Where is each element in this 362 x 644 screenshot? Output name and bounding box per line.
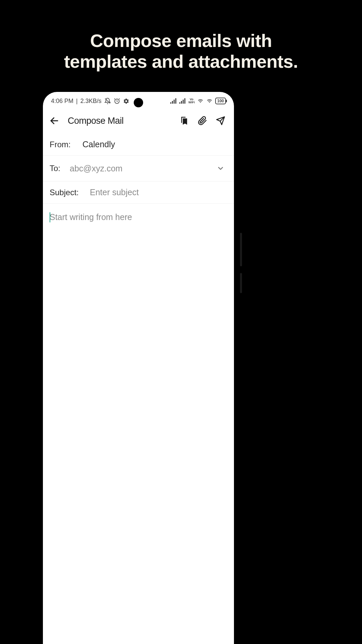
text-cursor [50,212,50,222]
send-button[interactable] [214,114,227,127]
svg-rect-9 [184,98,185,104]
svg-rect-4 [174,100,175,104]
app-bar: Compose Mail [43,108,234,133]
from-value: Calendly [82,140,115,149]
wifi-icon [206,98,213,104]
wifi-icon [197,98,204,104]
arrow-left-icon [49,116,59,126]
signal-icon [179,98,186,104]
mute-icon [104,98,111,104]
bookmarks-icon [180,116,189,125]
to-label: To: [50,164,63,173]
alarm-icon [114,98,120,104]
compose-fields: From: Calendly To: abc@xyz.com Subject: … [43,133,234,204]
svg-rect-7 [181,101,182,104]
page-title: Compose Mail [68,116,124,126]
templates-button[interactable] [178,114,191,127]
from-label: From: [50,140,76,149]
phone-side-button [240,233,242,266]
svg-rect-3 [172,101,173,104]
signal-icon [170,98,177,104]
phone-camera-cutout [134,98,143,107]
promo-headline: Compose emails with templates and attach… [0,30,362,72]
svg-rect-2 [170,102,171,104]
phone-screen: 4:06 PM | 2.3KB/s [43,92,234,644]
promo-headline-line1: Compose emails with [90,31,272,51]
paperclip-icon [198,116,207,125]
svg-rect-8 [183,100,184,104]
body-input[interactable]: Start writing from here [43,204,234,644]
subject-row: Subject: Enter subject [43,181,234,204]
status-separator: | [76,98,78,105]
send-icon [216,116,225,125]
status-net-speed: 2.3KB/s [80,98,102,105]
battery-indicator: 100 [215,98,226,104]
phone-side-button [240,273,242,293]
subject-label: Subject: [50,188,83,197]
svg-rect-6 [179,102,180,104]
to-row: To: abc@xyz.com [43,156,234,181]
svg-rect-5 [175,98,176,104]
vowifi-indicator: Vo WiFi [188,98,195,104]
promo-headline-line2: templates and attachments. [64,51,298,71]
status-time: 4:06 PM [51,98,73,105]
expand-recipients-button[interactable] [214,162,227,175]
body-placeholder: Start writing from here [50,212,132,222]
chevron-down-icon [217,164,225,172]
subject-input[interactable]: Enter subject [90,187,139,197]
back-button[interactable] [48,114,61,127]
from-row[interactable]: From: Calendly [43,133,234,156]
attach-button[interactable] [196,114,209,127]
to-input[interactable]: abc@xyz.com [70,164,122,173]
gear-icon [123,98,129,104]
phone-frame: 4:06 PM | 2.3KB/s [36,85,241,644]
